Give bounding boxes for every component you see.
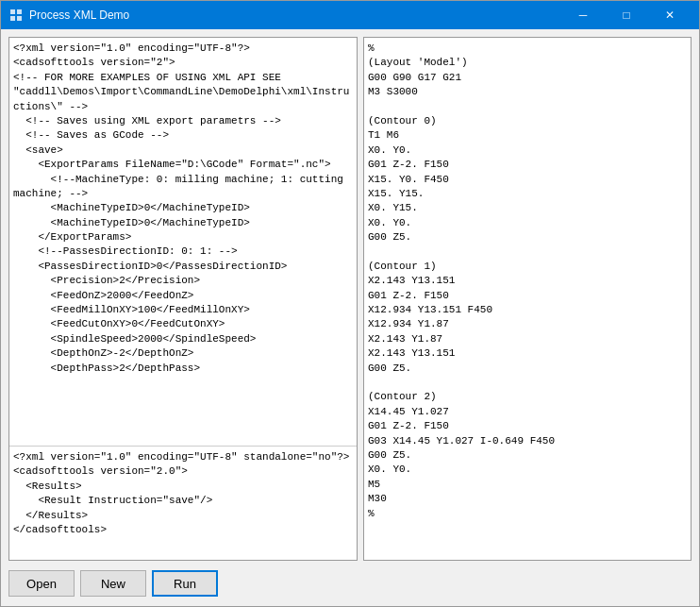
panels-row: % (Layout 'Model') G00 G90 G17 G21 M3 S3… (8, 37, 692, 561)
xml-output-container (9, 447, 357, 560)
new-button[interactable]: New (80, 570, 146, 597)
close-button[interactable]: ✕ (648, 1, 692, 29)
svg-rect-2 (10, 16, 15, 21)
bottom-bar: Open New Run (8, 566, 692, 599)
window-controls: ─ □ ✕ (561, 1, 692, 29)
main-window: Process XML Demo ─ □ ✕ % (Layout 'Model'… (0, 0, 700, 607)
xml-input-container (9, 38, 357, 446)
xml-output-bottom[interactable] (9, 447, 357, 560)
right-panel: % (Layout 'Model') G00 G90 G17 G21 M3 S3… (363, 37, 692, 561)
svg-rect-3 (17, 16, 22, 21)
svg-rect-1 (17, 9, 22, 14)
run-button[interactable]: Run (152, 570, 218, 597)
window-icon (8, 8, 24, 23)
xml-input-top[interactable] (9, 38, 357, 446)
content-area: % (Layout 'Model') G00 G90 G17 G21 M3 S3… (1, 29, 699, 606)
window-title: Process XML Demo (29, 8, 561, 22)
svg-rect-0 (10, 9, 15, 14)
left-panel (8, 37, 358, 561)
title-bar: Process XML Demo ─ □ ✕ (1, 1, 699, 29)
minimize-button[interactable]: ─ (561, 1, 605, 29)
gcode-output: % (Layout 'Model') G00 G90 G17 G21 M3 S3… (364, 38, 691, 560)
open-button[interactable]: Open (8, 570, 75, 597)
maximize-button[interactable]: □ (605, 1, 648, 29)
